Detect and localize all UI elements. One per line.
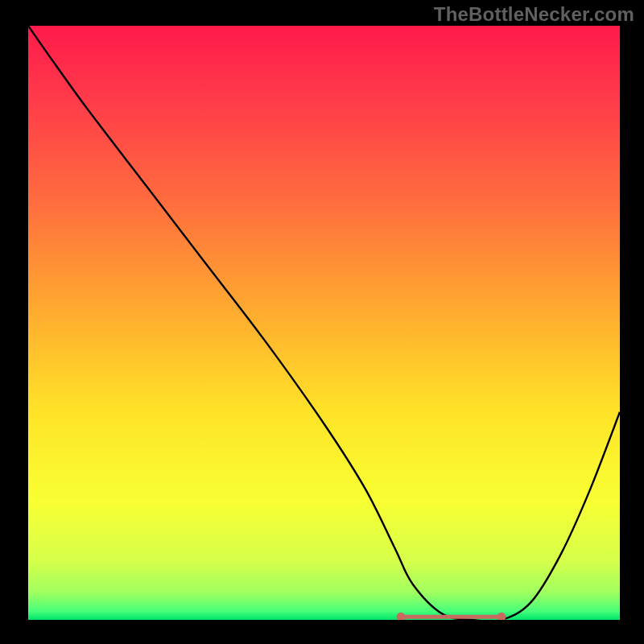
- svg-point-2: [397, 613, 406, 621]
- gradient-background: [28, 26, 620, 620]
- chart-frame: TheBottleNecker.com: [0, 0, 644, 644]
- watermark-text: TheBottleNecker.com: [434, 3, 634, 26]
- svg-point-3: [497, 613, 506, 621]
- bottleneck-chart: [0, 0, 644, 644]
